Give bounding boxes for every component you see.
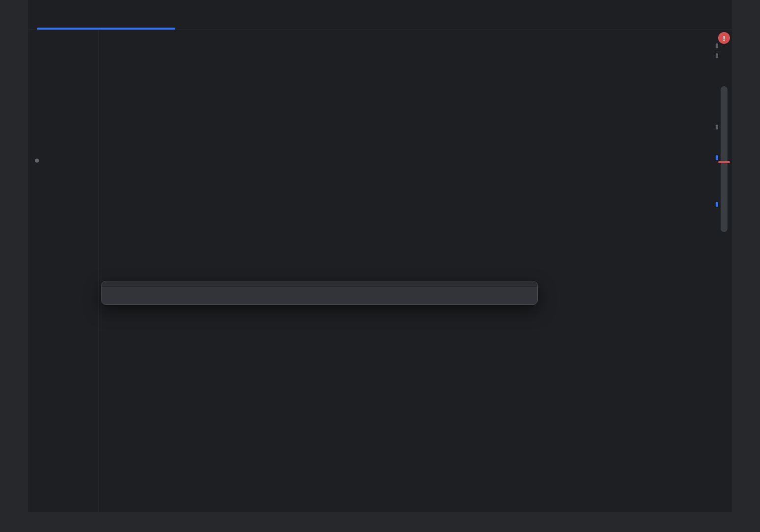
left-tool-stripe (0, 0, 28, 512)
stripe-mark-gray (716, 125, 718, 130)
completion-popup (101, 281, 538, 305)
gutter-separator (99, 30, 99, 512)
stripe-mark-changed (716, 202, 718, 207)
completion-popup-footer (101, 286, 537, 304)
tab-languagefolding-java[interactable] (37, 0, 61, 30)
active-tab-indicator (37, 28, 175, 30)
vertical-scrollbar-thumb[interactable] (721, 86, 727, 232)
stripe-mark-changed (716, 155, 718, 160)
breadcrumb-bar (0, 512, 760, 532)
analysis-mark (716, 43, 718, 48)
ide-window: ! (0, 0, 760, 532)
analysis-mark (716, 53, 718, 58)
code-editor[interactable]: ! (28, 30, 732, 512)
editor-tab-bar (28, 0, 732, 30)
gutter-dot-marker (35, 159, 39, 163)
right-tool-stripe (732, 0, 760, 512)
stripe-mark-error (718, 161, 730, 163)
error-indicator-badge[interactable]: ! (718, 32, 730, 44)
